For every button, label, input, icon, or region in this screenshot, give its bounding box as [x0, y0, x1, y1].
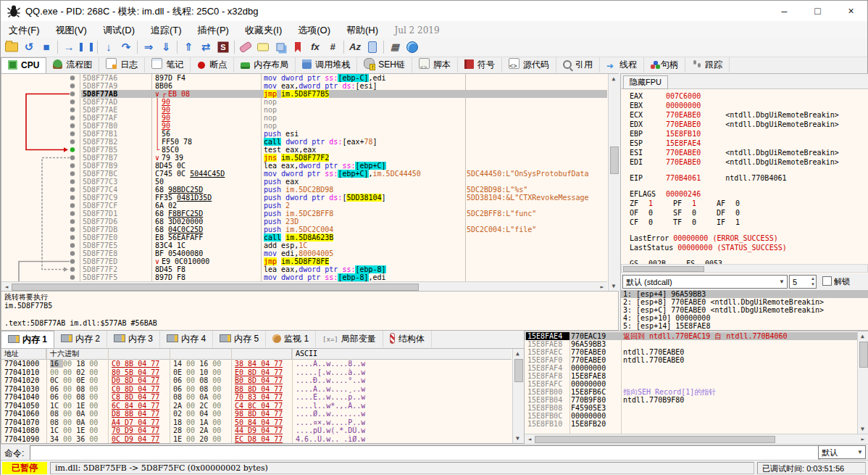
disasm-row[interactable]: 5D8F77A6897D F4mov dword ptr ss:[ebp-C],… [1, 74, 607, 82]
stack-row[interactable]: 15E8FAF815E8FAE8 [525, 372, 858, 380]
stack-row[interactable]: 15E8FB0C00000000 [525, 412, 858, 420]
tab-SEH链[interactable]: SEH链 [357, 57, 412, 73]
help-globe-icon[interactable] [404, 39, 421, 55]
restart-icon[interactable]: ↺ [20, 39, 38, 55]
tab-局部变量[interactable]: [x=]局部变量 [316, 331, 383, 347]
tab-调用堆栈[interactable]: 调用堆栈 [296, 57, 357, 73]
tab-引用[interactable]: 引用 [556, 57, 600, 73]
disasm-row[interactable]: 5D8F77C9FF35 0481D35Dpush dword ptr ds:[… [1, 194, 607, 202]
scylla-icon[interactable]: S [214, 39, 232, 55]
calling-convention-select[interactable]: 默认 (stdcall)▼ [622, 275, 788, 289]
functions-icon[interactable]: fx [306, 39, 324, 55]
argument-row[interactable]: 2: [esp+8] 770EABE0 <ntdll.DbgUiRemoteBr… [621, 298, 868, 306]
stack-row[interactable]: 15E8FAE4770EAC19返回到 ntdll.770EAC19 自 ntd… [525, 332, 858, 340]
close-debuggee-icon[interactable]: ■ [38, 39, 55, 55]
stack-vertical-scrollbar[interactable]: ▲ ▼ [857, 331, 868, 434]
stack-horizontal-scrollbar[interactable]: ◄ ► [525, 434, 868, 444]
tab-CPU[interactable]: CPU [1, 57, 46, 74]
dump-row[interactable]: 7704106008 00 0A 00D8 8B 04 7702 00 04 0… [1, 410, 512, 418]
tab-跟踪[interactable]: 跟踪 [685, 57, 730, 73]
stack-row[interactable]: 15E8FB1015E8FB20 [525, 420, 858, 428]
disassembly-panel[interactable]: 5D8F77A6897D F4mov dword ptr ss:[ebp-C],… [1, 73, 619, 331]
registers-list[interactable]: EAX 007C6000EBX 00000000ECX 770EABE0<ntd… [621, 88, 868, 264]
disasm-row[interactable]: 5D8F77A98B06mov eax,dword ptr ds:[esi] [1, 82, 607, 90]
run-to-user-code-icon[interactable]: ⇒ [140, 39, 157, 55]
stack-row[interactable]: 15E8FB0015E8FB6C指向SEH_Record[1]的指针 [525, 388, 858, 396]
disasm-row[interactable]: 5D8F77E8BF 05400080mov edi,80004005 [1, 249, 607, 257]
register-row[interactable]: CF0TF0IF1 [630, 218, 868, 227]
disasm-row[interactable]: 5D8F77D668 3D020000push 23D [1, 218, 607, 226]
dump-vertical-scrollbar[interactable]: ▲ ▼ [512, 349, 524, 443]
dump-row[interactable]: 7704107008 00 0A 00A4 D7 04 7718 00 1A 0… [1, 418, 512, 427]
dump-row[interactable]: 7704104006 00 08 00C8 8D 04 7708 00 0A 0… [1, 393, 512, 402]
register-row[interactable]: ECX 770EABE0<ntdll.DbgUiRemoteBreakin> [630, 110, 868, 120]
disasm-row[interactable]: 5D8F77B98D45 0Clea eax,dword ptr ss:[ebp… [1, 162, 607, 170]
open-folder-icon[interactable] [3, 39, 20, 55]
tab-源代码[interactable]: 源代码 [502, 57, 556, 73]
calculator-icon[interactable]: ▦ [386, 39, 404, 55]
register-row[interactable]: EIP 770B4061ntdll.770B4061 [630, 173, 868, 183]
step-into-icon[interactable]: ↓ [100, 39, 117, 55]
disassembly-rows[interactable]: 5D8F77A6897D F4mov dword ptr ss:[ebp-C],… [1, 74, 607, 281]
disasm-row[interactable]: 5D8F77F28D45 F8lea eax,dword ptr ss:[ebp… [1, 265, 607, 273]
arg-count-stepper[interactable]: 5 ▲▼ [789, 275, 817, 289]
execute-till-return-icon[interactable]: ⇑ [180, 39, 197, 55]
dump-row[interactable]: 7704100016 00 18 00C0 8B 04 7714 00 16 0… [1, 360, 512, 368]
dump-rows[interactable]: 7704100016 00 18 00C0 8B 04 7714 00 16 0… [1, 360, 512, 443]
modules-icon[interactable] [364, 39, 381, 55]
tab-断点[interactable]: 断点 [191, 57, 234, 73]
register-row[interactable]: EFLAGS 00000246 [630, 189, 868, 199]
disasm-row[interactable]: 5D8F77E0E8 56EAFAFFcall im.5D8A623B [1, 234, 607, 241]
spinner-arrows-icon[interactable]: ▲▼ [811, 276, 815, 287]
stack-row[interactable]: 15E8FB04770B9F80ntdll.770B9F80 [525, 396, 858, 404]
disasm-row[interactable]: 5D8F77F5897D F8mov dword ptr ss:[ebp-8],… [1, 273, 607, 281]
dump-row[interactable]: 7704109034 00 36 000C D9 04 771E 00 20 0… [1, 435, 512, 444]
register-row[interactable]: GS002B FS0053 [630, 259, 868, 264]
pause-icon[interactable] [78, 39, 95, 55]
hide-fpu-button[interactable]: 隐藏FPU [623, 75, 668, 89]
tab-结构体[interactable]: 结构体 [383, 331, 432, 347]
tab-内存 2[interactable]: 内存 2 [54, 331, 107, 347]
bookmarks-icon[interactable] [289, 39, 306, 55]
tab-笔记[interactable]: 笔记 [145, 57, 191, 73]
labels-icon[interactable] [272, 39, 289, 55]
stack-row[interactable]: 15E8FAEC770EABE0ntdll.770EABE0 [525, 348, 858, 356]
disasm-row[interactable]: 5D8F77BCC745 0C 5044C45Dmov dword ptr ss… [1, 170, 607, 178]
tab-内存 3[interactable]: 内存 3 [107, 331, 160, 347]
disasm-row[interactable]: 5D8F77ED∨E9 0C010000jmp im.5D8F78FE [1, 257, 607, 265]
register-row[interactable]: ESI 770EABE0<ntdll.DbgUiRemoteBreakin> [630, 148, 868, 157]
dump-row[interactable]: 7704103006 00 08 00C0 8D 04 7706 00 08 0… [1, 385, 512, 394]
disasm-row[interactable]: 5D8F77B5└85C0test eax,eax [1, 146, 607, 154]
disasm-row[interactable]: 5D8F77AD│90nop [1, 98, 607, 106]
register-row[interactable]: ESP 15E8FAE4 [630, 139, 868, 148]
argument-row[interactable]: 4: [esp+10] 00000000 [621, 314, 868, 322]
argument-row[interactable]: 3: [esp+C] 770EABE0 <ntdll.DbgUiRemoteBr… [621, 306, 868, 314]
disasm-row[interactable]: 5D8F77AE│90nop [1, 106, 607, 114]
tab-流程图[interactable]: 流程图 [46, 57, 99, 73]
minimize-button[interactable]: – [768, 1, 801, 21]
stack-row[interactable]: 15E8FB08F45905E3 [525, 404, 858, 412]
tab-句柄[interactable]: 句柄 [644, 57, 685, 73]
dump-row[interactable]: 770410801C 00 1E 0070 D9 04 7728 00 2A 0… [1, 426, 512, 435]
stack-rows[interactable]: 15E8FAE4770EAC19返回到 ntdll.770EAC19 自 ntd… [525, 332, 858, 435]
tab-内存 5[interactable]: 内存 5 [213, 331, 266, 347]
disasm-row[interactable]: 5D8F77C350push eax [1, 178, 607, 186]
disasm-row[interactable]: 5D8F77CF6A 02push 2 [1, 202, 607, 210]
dump-row[interactable]: 770410501C 00 1E 006C 84 04 772A 00 2C 0… [1, 402, 512, 410]
command-profile-select[interactable]: 默认▼ [818, 445, 866, 459]
disasm-row[interactable]: 5D8F77DB68 04C0C25Dpush im.5DC2C0045DC2C… [1, 226, 607, 234]
disasm-row[interactable]: 5D8F77D168 F8BFC25Dpush im.5DC2BFF85DC2B… [1, 210, 607, 218]
register-row[interactable]: EAX 007C6000 [630, 91, 868, 101]
close-button[interactable]: × [835, 1, 867, 21]
register-row[interactable]: OF0SF0DF0 [630, 208, 868, 218]
run-icon[interactable]: → [60, 39, 78, 55]
register-row[interactable]: LastError 00000000 (ERROR_SUCCESS) [630, 234, 868, 243]
argument-row[interactable]: 1: [esp+4] 96A59BB3 [621, 290, 868, 298]
register-row[interactable]: EDI 770EABE0<ntdll.DbgUiRemoteBreakin> [630, 157, 868, 167]
memory-dump-panel[interactable]: 地址 十六进制 ASCII 7704100016 00 18 00C0 8B 0… [1, 348, 524, 444]
disasm-row[interactable]: 5D8F77B1│56push esi [1, 130, 607, 138]
tab-线程[interactable]: 线程 [600, 57, 644, 73]
stack-row[interactable]: 15E8FAFC00000000 [525, 380, 858, 388]
register-row[interactable]: EBX 00000000 [630, 101, 868, 110]
stack-panel[interactable]: 15E8FAE4770EAC19返回到 ntdll.770EAC19 自 ntd… [524, 331, 868, 444]
